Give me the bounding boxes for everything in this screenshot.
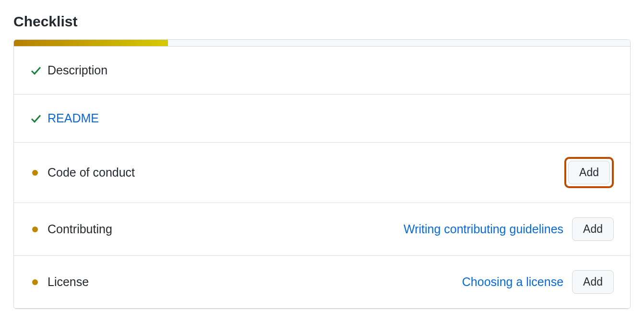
help-link[interactable]: Writing contributing guidelines <box>404 222 563 236</box>
dot-icon <box>30 227 48 232</box>
checklist-row-license: License Choosing a license Add <box>14 256 630 309</box>
add-button[interactable]: Add <box>572 270 614 294</box>
checklist-row-code-of-conduct: Code of conduct Add <box>14 143 630 203</box>
progress-bar <box>14 40 630 47</box>
checklist-row-description: Description <box>14 47 630 95</box>
checklist-panel: Description README Code of conduct Add C… <box>13 39 631 309</box>
dot-icon <box>30 170 48 176</box>
progress-fill <box>14 40 168 46</box>
row-label-link[interactable]: README <box>48 111 99 125</box>
row-label: License <box>48 275 89 289</box>
page-title: Checklist <box>13 13 631 30</box>
row-label: Description <box>48 63 107 77</box>
checklist-row-contributing: Contributing Writing contributing guidel… <box>14 203 630 256</box>
help-link[interactable]: Choosing a license <box>462 275 563 289</box>
row-label: Code of conduct <box>48 166 135 179</box>
row-label: Contributing <box>48 222 112 236</box>
dot-icon <box>30 279 48 285</box>
check-icon <box>30 113 48 124</box>
check-icon <box>30 65 48 76</box>
checklist-row-readme: README <box>14 95 630 143</box>
add-button[interactable]: Add <box>568 161 610 184</box>
add-button[interactable]: Add <box>572 217 614 241</box>
highlight-outline: Add <box>564 157 614 188</box>
